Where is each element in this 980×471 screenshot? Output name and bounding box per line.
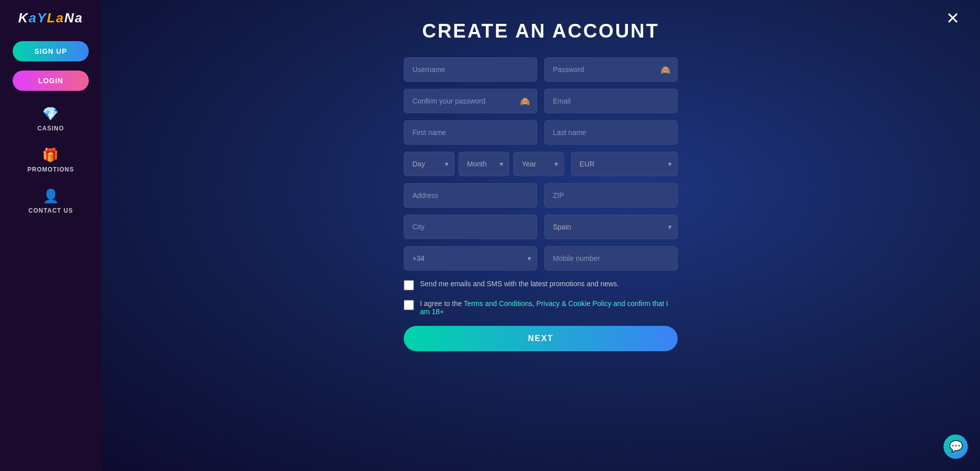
logo: KaYLaNa <box>18 10 83 26</box>
sidebar-item-contact[interactable]: 👤 CONTACT US <box>28 188 73 214</box>
newsletter-checkbox[interactable] <box>404 280 414 290</box>
first-name-field <box>404 120 537 145</box>
contact-icon: 👤 <box>43 188 59 204</box>
phone-code-select[interactable]: +34 +1 +44 +49 <box>404 246 537 271</box>
sidebar-item-contact-label: CONTACT US <box>28 207 73 214</box>
last-name-field <box>544 120 678 145</box>
page-title: CREATE AN ACCOUNT <box>422 20 659 42</box>
mobile-input[interactable] <box>544 246 678 271</box>
city-input[interactable] <box>404 215 537 239</box>
close-button[interactable]: ✕ <box>946 10 960 26</box>
sidebar-item-casino-label: CASINO <box>38 125 64 132</box>
row-credentials: 🙈 <box>404 57 678 82</box>
year-select[interactable]: Year for(let y=2024;y>=1920;y--) documen… <box>513 152 564 176</box>
signup-button[interactable]: SIGN UP <box>13 41 89 61</box>
email-input[interactable] <box>544 89 678 113</box>
terms-checkbox-row: I agree to the Terms and Conditions, Pri… <box>404 299 678 316</box>
sidebar: KaYLaNa SIGN UP LOGIN 💎 CASINO 🎁 PROMOTI… <box>0 0 101 471</box>
city-field <box>404 215 537 239</box>
email-field <box>544 89 678 113</box>
currency-select-wrapper: EUR USD GBP <box>571 152 678 176</box>
phone-code-wrapper: +34 +1 +44 +49 <box>404 246 537 271</box>
day-select[interactable]: Day for(let i=1;i<=31;i++) document.writ… <box>404 152 454 176</box>
month-select[interactable]: Month JanuaryFebruaryMarch AprilMayJune … <box>459 152 509 176</box>
casino-icon: 💎 <box>42 106 59 122</box>
last-name-input[interactable] <box>544 120 678 145</box>
dob-row: Day for(let i=1;i<=31;i++) document.writ… <box>404 152 564 176</box>
mobile-field <box>544 246 678 271</box>
chat-bubble[interactable]: 💬 <box>943 434 968 459</box>
zip-field <box>544 183 678 208</box>
terms-comma: , <box>533 299 535 308</box>
row-city-country: Spain United States United Kingdom Germa… <box>404 215 678 239</box>
zip-input[interactable] <box>544 183 678 208</box>
month-select-wrapper: Month JanuaryFebruaryMarch AprilMayJune … <box>459 152 509 176</box>
password-input[interactable] <box>544 57 678 82</box>
registration-form: 🙈 🙈 <box>404 57 678 351</box>
country-select-wrapper: Spain United States United Kingdom Germa… <box>544 215 678 239</box>
next-button[interactable]: NEXT <box>404 326 678 351</box>
row-name <box>404 120 678 145</box>
sidebar-item-promotions-label: PROMOTIONS <box>27 166 74 173</box>
sidebar-nav: 💎 CASINO 🎁 PROMOTIONS 👤 CONTACT US <box>0 106 101 214</box>
login-button[interactable]: LOGIN <box>13 71 89 91</box>
address-input[interactable] <box>404 183 537 208</box>
first-name-input[interactable] <box>404 120 537 145</box>
newsletter-label: Send me emails and SMS with the latest p… <box>420 280 619 288</box>
row-dob-currency: Day for(let i=1;i<=31;i++) document.writ… <box>404 152 678 176</box>
terms-checkbox[interactable] <box>404 300 414 310</box>
country-select[interactable]: Spain United States United Kingdom Germa… <box>544 215 678 239</box>
password-field: 🙈 <box>544 57 678 82</box>
day-select-wrapper: Day for(let i=1;i<=31;i++) document.writ… <box>404 152 454 176</box>
chat-icon: 💬 <box>949 440 963 453</box>
terms-label: I agree to the Terms and Conditions, Pri… <box>420 299 678 316</box>
sidebar-item-casino[interactable]: 💎 CASINO <box>38 106 64 132</box>
username-field <box>404 57 537 82</box>
currency-select[interactable]: EUR USD GBP <box>571 152 678 176</box>
confirm-password-input[interactable] <box>404 89 537 113</box>
row-address <box>404 183 678 208</box>
address-field <box>404 183 537 208</box>
confirm-password-field: 🙈 <box>404 89 537 113</box>
main-content: ✕ CREATE AN ACCOUNT 🙈 🙈 <box>101 0 980 471</box>
row-phone: +34 +1 +44 +49 <box>404 246 678 271</box>
terms-prefix: I agree to the <box>420 299 462 308</box>
newsletter-checkbox-row: Send me emails and SMS with the latest p… <box>404 280 678 290</box>
sidebar-item-promotions[interactable]: 🎁 PROMOTIONS <box>27 147 74 173</box>
terms-link[interactable]: Terms and Conditions <box>464 299 532 308</box>
row-confirm-email: 🙈 <box>404 89 678 113</box>
year-select-wrapper: Year for(let y=2024;y>=1920;y--) documen… <box>513 152 564 176</box>
password-toggle-icon[interactable]: 🙈 <box>660 65 671 75</box>
promotions-icon: 🎁 <box>42 147 59 163</box>
confirm-password-toggle-icon[interactable]: 🙈 <box>520 96 530 106</box>
username-input[interactable] <box>404 57 537 82</box>
